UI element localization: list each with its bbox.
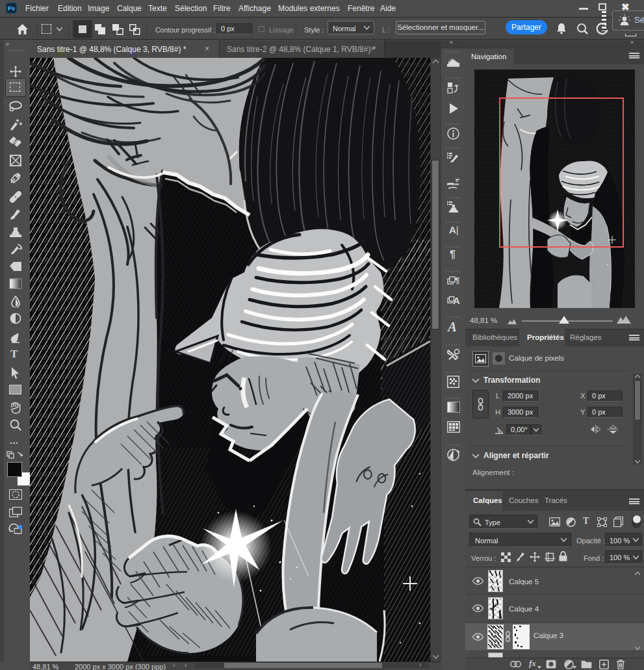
svg-text:A: A — [453, 295, 460, 306]
svg-text:¶: ¶ — [455, 276, 459, 285]
